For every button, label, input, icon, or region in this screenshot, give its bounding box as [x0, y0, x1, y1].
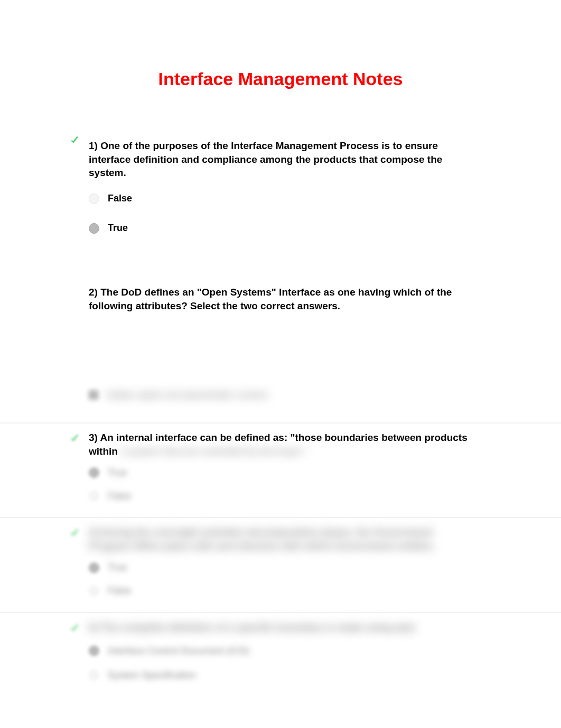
question-body-hidden: a system that are controlled by the buye… [120, 446, 307, 457]
check-icon [68, 133, 82, 148]
option-label: Interface Control Document (ICD) [108, 646, 249, 657]
option-label: False [108, 491, 131, 502]
radio-selected[interactable] [89, 563, 99, 573]
question-2: 2) The DoD defines an "Open Systems" int… [0, 278, 561, 422]
radio-selected[interactable] [89, 223, 99, 234]
question-number: 3) [89, 432, 98, 443]
radio-unselected[interactable] [89, 586, 99, 596]
question-text: 2) The DoD defines an "Open Systems" int… [89, 285, 476, 312]
option-row[interactable]: hidden option text placeholder content [89, 385, 561, 404]
option-row[interactable]: True [89, 463, 561, 482]
question-body: One of the purposes of the Interface Man… [89, 140, 442, 178]
option-label: True [108, 562, 127, 573]
question-1: 1) One of the purposes of the Interface … [0, 132, 561, 256]
radio-unselected[interactable] [89, 670, 99, 680]
option-label: System Specification [108, 670, 196, 681]
question-number: 5) [89, 622, 98, 633]
option-row[interactable]: True [89, 219, 561, 238]
option-row[interactable]: False [89, 486, 561, 505]
question-number: 2) [89, 287, 98, 298]
check-icon [68, 526, 82, 540]
option-label: False [108, 193, 132, 204]
option-label: False [108, 585, 131, 596]
option-label: True [108, 223, 128, 234]
check-icon [68, 621, 82, 635]
question-number: 4) [89, 527, 98, 538]
options-list: True False [89, 558, 561, 601]
option-row[interactable]: False [89, 582, 561, 601]
option-label: hidden option text placeholder content [107, 390, 267, 401]
option-row[interactable]: False [89, 189, 561, 208]
radio-selected[interactable] [89, 646, 99, 656]
question-text: 5) The complete definition of a specific… [89, 621, 476, 634]
question-text: 4) During the oversight activities decom… [89, 526, 476, 552]
checkbox-icon[interactable] [89, 390, 98, 400]
option-row[interactable]: System Specification [89, 666, 561, 685]
radio-unselected[interactable] [89, 193, 99, 204]
question-5: 5) The complete definition of a specific… [0, 613, 561, 698]
option-label: True [108, 467, 127, 478]
options-list: hidden option text placeholder content [89, 385, 561, 404]
question-body: The DoD defines an "Open Systems" interf… [89, 287, 452, 311]
options-list: True False [89, 463, 561, 505]
option-row[interactable]: Interface Control Document (ICD) [89, 641, 561, 660]
question-body: The complete definition of a specific bo… [100, 622, 417, 633]
question-text: 1) One of the purposes of the Interface … [89, 139, 476, 180]
options-list: False True [89, 189, 561, 238]
option-row[interactable]: True [89, 558, 561, 577]
question-3: 3) An internal interface can be defined … [0, 422, 561, 518]
question-4: 4) During the oversight activities decom… [0, 518, 561, 613]
radio-selected[interactable] [89, 467, 99, 478]
check-icon [68, 431, 82, 446]
question-number: 1) [89, 140, 98, 151]
page-title: Interface Management Notes [0, 0, 561, 132]
radio-unselected[interactable] [89, 491, 99, 501]
question-body: During the oversight activities decompos… [89, 527, 435, 551]
question-text: 3) An internal interface can be defined … [89, 431, 476, 458]
options-list: Interface Control Document (ICD) System … [89, 641, 561, 685]
